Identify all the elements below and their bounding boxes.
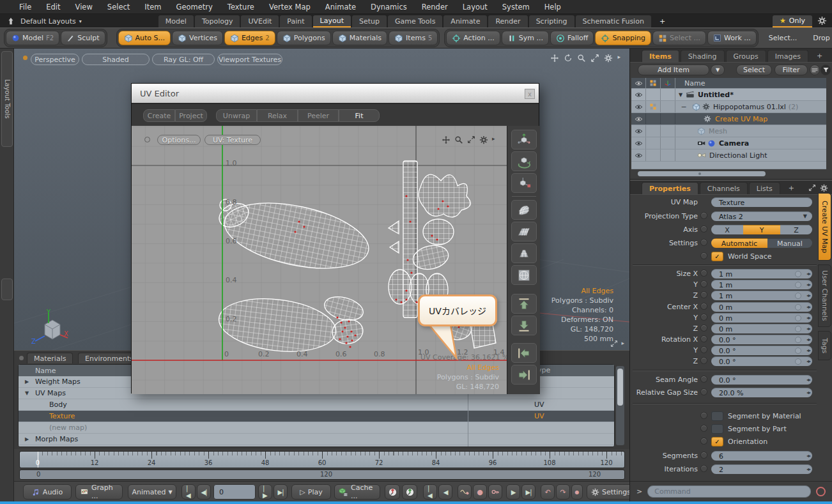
side-tab-create-uv-map[interactable]: Create UV Map (818, 193, 831, 261)
uv-fit-button[interactable]: Fit (339, 109, 380, 122)
list-item-new-map[interactable]: (new map) (19, 422, 614, 434)
tab-game-tools[interactable]: Game Tools (388, 15, 442, 27)
menu-animate[interactable]: Animate (325, 3, 356, 11)
tab-images[interactable]: Images (767, 50, 808, 62)
command-input[interactable] (647, 485, 811, 498)
vertices-button[interactable]: Vertices (172, 31, 223, 45)
tab-add[interactable]: + (782, 182, 801, 194)
gear-icon[interactable] (604, 54, 613, 63)
next-frame-key-button[interactable]: ▶ (506, 484, 520, 500)
tab-layout[interactable]: Layout (313, 15, 351, 27)
center-z-field[interactable]: 0 m◂▸ (711, 324, 812, 333)
tab-topology[interactable]: Topology (195, 15, 240, 27)
item-row-create-uv-map[interactable]: Create UV Map (631, 113, 826, 125)
projection-type-dropdown[interactable]: Atlas 2▼ (711, 211, 812, 221)
shading-selector[interactable]: Shaded (82, 54, 150, 65)
pan-icon[interactable] (442, 135, 451, 144)
select-menu-button[interactable]: Select... (763, 31, 803, 45)
tab-shading[interactable]: Shading (681, 50, 725, 62)
expander-icon[interactable]: ▶ (19, 379, 35, 385)
time-down-gauge-button[interactable] (402, 484, 417, 500)
size-x-field[interactable]: 1 m◂▸ (711, 269, 812, 279)
orientation-checkbox[interactable]: ✓ (711, 437, 723, 447)
expander-icon[interactable]: ▼ (19, 390, 35, 396)
list-item-body[interactable]: BodyUV (19, 399, 614, 411)
side-tab-user-channels[interactable]: User Channels (818, 264, 831, 327)
eye-icon[interactable] (635, 141, 643, 146)
record-macro-icon[interactable] (816, 487, 826, 496)
filter-funnel-button[interactable] (820, 65, 831, 75)
uv-shift-left-button[interactable] (511, 343, 537, 363)
axis-x-button[interactable]: X (711, 225, 743, 234)
maximize-icon[interactable] (467, 135, 475, 144)
scrollbar-track[interactable] (616, 366, 624, 445)
expand-icon[interactable] (610, 340, 618, 347)
item-row-mesh[interactable]: Mesh (631, 125, 826, 137)
expander-icon[interactable]: ▶ (19, 436, 35, 442)
play-button[interactable]: ▷Play (291, 484, 331, 500)
menu-system[interactable]: System (502, 3, 530, 11)
panel-menu-dot[interactable] (19, 356, 24, 360)
panel-arrow-icon[interactable]: ▸ (492, 135, 495, 144)
time-up-gauge-button[interactable] (385, 484, 400, 500)
uv-projection-button[interactable] (511, 243, 537, 263)
h-scrollbar-thumb[interactable] (638, 171, 766, 176)
timeline-ruler[interactable]: 0 12 24 36 48 60 72 84 96 108 120 (19, 451, 625, 468)
uv-editor-titlebar[interactable]: UV Editor (132, 84, 539, 104)
menu-help[interactable]: Help (544, 3, 561, 11)
history-button[interactable]: ● (571, 484, 583, 500)
expand-icon[interactable] (808, 184, 816, 192)
add-item-button[interactable]: Add Item (638, 65, 709, 75)
tab-animate[interactable]: Animate (443, 15, 487, 27)
gear-icon[interactable] (479, 135, 488, 144)
uv-unwrap-view-button[interactable] (511, 200, 537, 220)
model-mode-button[interactable]: ModelF2 (6, 31, 59, 45)
uv-map-selector[interactable]: UV: Texture (204, 135, 261, 145)
playhead[interactable] (38, 452, 38, 468)
camera-selector[interactable]: Perspective (31, 54, 79, 65)
tab-add[interactable]: + (652, 15, 672, 27)
gap-size-field[interactable]: 20.0 %◂▸ (711, 388, 812, 397)
eye-icon[interactable] (635, 104, 643, 110)
world-space-checkbox[interactable]: ✓ (711, 252, 723, 261)
graph-editor-button[interactable]: Graph ... (75, 484, 123, 500)
center-x-field[interactable]: 0 m◂▸ (711, 302, 812, 312)
raygl-selector[interactable]: Ray GL: Off (152, 54, 215, 65)
materials-button[interactable]: Materials (332, 31, 387, 45)
rotation-z-field[interactable]: 0.0 °◂▸ (711, 356, 812, 366)
animated-dropdown[interactable]: Animated▼ (128, 484, 176, 500)
scrollbar-thumb[interactable] (617, 369, 623, 406)
step-forward-button[interactable]: |▶ (258, 484, 272, 500)
pan-icon[interactable] (550, 54, 559, 63)
only-toggle[interactable]: ★Only (773, 15, 812, 27)
side-collapsed-tab[interactable] (1, 279, 13, 300)
uv-editor-window[interactable]: UV Editor x Create Project Unwrap Relax … (131, 83, 539, 393)
rotation-x-field[interactable]: 0.0 °◂▸ (711, 335, 812, 344)
eye-icon[interactable] (635, 153, 643, 158)
next-key-button[interactable]: ▶| (521, 484, 535, 500)
uv-peeler-button[interactable]: Peeler (298, 109, 339, 122)
items-button[interactable]: Items5 (389, 31, 438, 45)
menu-dynamics[interactable]: Dynamics (371, 3, 407, 11)
size-z-field[interactable]: 1 m◂▸ (711, 291, 812, 300)
tab-uvedit[interactable]: UVEdit (241, 15, 279, 27)
key-button[interactable] (488, 484, 502, 500)
undo-button[interactable]: ↶ (541, 484, 555, 500)
menu-texture[interactable]: Texture (227, 3, 254, 11)
uv-sphere-button[interactable] (511, 265, 537, 285)
tab-lists[interactable]: Lists (749, 182, 780, 194)
layout-tools-tab[interactable]: Layout Tools (1, 51, 13, 147)
edges-button[interactable]: Edges2 (224, 31, 275, 45)
axis-z-button[interactable]: Z (780, 225, 812, 234)
current-frame-field[interactable] (213, 484, 256, 500)
tab-scripting[interactable]: Scripting (529, 15, 574, 27)
eye-icon[interactable] (635, 128, 643, 134)
menu-vertex-map[interactable]: Vertex Map (269, 3, 311, 11)
layout-preset-dropdown[interactable]: Default Layouts▾ (20, 17, 82, 26)
tab-paint[interactable]: Paint (280, 15, 311, 27)
uv-options-button[interactable]: Options... (157, 135, 201, 145)
uv-relax-button[interactable]: Relax (257, 109, 298, 122)
work-plane-button[interactable]: Work ... (707, 31, 757, 45)
falloff-button[interactable]: Falloff (550, 31, 594, 45)
sculpt-mode-button[interactable]: Sculpt (61, 31, 105, 45)
